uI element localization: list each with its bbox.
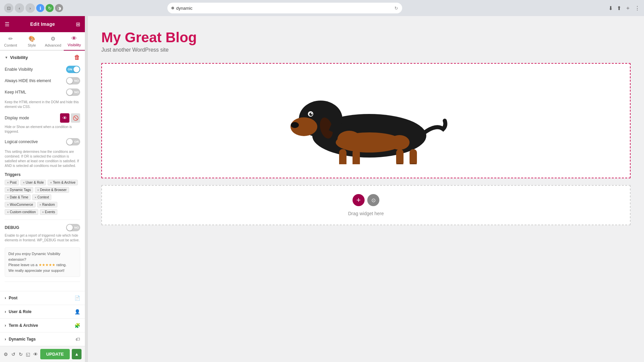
display-mode-hide-btn[interactable]: 🚫 xyxy=(71,113,80,123)
trigger-custom-condition[interactable]: ×Custom condition xyxy=(5,209,38,215)
enable-visibility-row: Enable Visibility ON xyxy=(5,66,80,73)
trigger-woocommerce[interactable]: ×WooCommerce xyxy=(5,202,36,207)
always-hide-label: Always HIDE this element xyxy=(5,78,51,83)
browser-refresh-icon: ↻ xyxy=(46,4,54,12)
svg-rect-10 xyxy=(339,149,346,164)
keep-html-knob xyxy=(67,89,73,95)
svg-rect-14 xyxy=(396,149,404,164)
logical-connective-toggle[interactable]: OR xyxy=(66,138,80,145)
section-term-archive-header[interactable]: › Term & Archive 🧩 xyxy=(0,323,85,328)
section-post-arrow: › xyxy=(5,296,6,300)
footer-undo-btn[interactable]: ↺ xyxy=(11,349,16,360)
trigger-events[interactable]: ×Events xyxy=(40,209,58,215)
tab-visibility[interactable]: 👁 Visibility xyxy=(64,32,85,51)
divider-1 xyxy=(5,220,80,220)
handle-button[interactable]: ⊙ xyxy=(367,194,379,206)
empty-widget-area[interactable]: + ⊙ Drag widget here xyxy=(101,185,631,225)
browser-reload-btn[interactable]: ↻ xyxy=(394,6,398,11)
display-mode-show-btn[interactable]: 👁 xyxy=(60,113,69,123)
trigger-dynamic-tags[interactable]: ×Dynamic Tags xyxy=(5,187,33,193)
tab-advanced[interactable]: ⚙ Advanced xyxy=(43,32,64,51)
update-button[interactable]: UPDATE xyxy=(40,349,70,359)
enable-visibility-knob xyxy=(73,66,79,72)
tab-visibility-label: Visibility xyxy=(68,43,81,47)
browser-share-icon[interactable]: ⬆ xyxy=(617,5,621,11)
promo-section: Did you enjoy Dynamic Visibility extensi… xyxy=(5,247,80,277)
sidebar-footer: ⚙ ↺ ↻ ◱ 👁 UPDATE ▲ xyxy=(0,346,85,362)
footer-visibility-btn[interactable]: 👁 xyxy=(33,349,38,360)
always-hide-knob xyxy=(67,78,73,84)
section-dynamic-tags-icon: 🏷 xyxy=(75,337,80,342)
section-arrow-icon: ▼ xyxy=(5,56,8,59)
browser-bar: ⊡ ‹ › ℹ ↻ ◑ dynamic ↻ ⬇ ⬆ ＋ ⋮ xyxy=(0,0,644,16)
footer-redo-btn[interactable]: ↻ xyxy=(18,349,23,360)
visibility-section-header: ▼ Visibility 🗑 xyxy=(5,54,80,61)
logical-connective-knob xyxy=(67,139,73,145)
trigger-random[interactable]: ×Random xyxy=(37,202,57,207)
tab-style[interactable]: 🎨 Style xyxy=(21,32,42,51)
section-dynamic-tags-label: Dynamic Tags xyxy=(9,337,36,342)
trigger-date-time[interactable]: ×Date & Time xyxy=(5,194,31,200)
logical-connective-row: Logical connective OR xyxy=(5,138,80,145)
drag-buttons: + ⊙ xyxy=(353,194,379,206)
browser-secure-dot xyxy=(171,7,174,9)
always-hide-toggle[interactable]: NO xyxy=(66,77,80,84)
footer-responsive-btn[interactable]: ◱ xyxy=(25,349,31,360)
trigger-user-role[interactable]: ×User & Role xyxy=(20,180,46,185)
section-dynamic-tags-title: › Dynamic Tags xyxy=(5,337,36,342)
browser-menu-icon[interactable]: ⋮ xyxy=(635,5,640,11)
svg-point-7 xyxy=(311,113,312,114)
section-dynamic-tags-header[interactable]: › Dynamic Tags 🏷 xyxy=(0,337,85,342)
tab-content[interactable]: ✏ Content xyxy=(0,32,21,51)
dog-image-container xyxy=(102,64,630,178)
resize-handle[interactable] xyxy=(85,16,88,362)
section-post-header[interactable]: › Post 📄 xyxy=(0,295,85,301)
main-layout: ☰ Edit Image ⊞ ✏ Content 🎨 Style ⚙ Advan… xyxy=(0,16,644,362)
footer-settings-btn[interactable]: ⚙ xyxy=(3,349,9,360)
browser-forward-btn[interactable]: › xyxy=(25,3,35,13)
browser-back-btn[interactable]: ‹ xyxy=(15,3,24,13)
browser-address-bar[interactable]: dynamic ↻ xyxy=(167,3,402,13)
blog-subtitle: Just another WordPress site xyxy=(101,47,631,53)
grid-icon[interactable]: ⊞ xyxy=(76,21,80,27)
trigger-post[interactable]: ×Post xyxy=(5,180,19,185)
section-post-icon: 📄 xyxy=(74,295,80,301)
section-user-role-arrow: › xyxy=(5,309,6,314)
blog-title: My Great Blog xyxy=(101,29,631,46)
browser-tab-btn[interactable]: ⊡ xyxy=(4,3,13,13)
hamburger-icon[interactable]: ☰ xyxy=(5,21,9,27)
keep-html-toggle[interactable]: NO xyxy=(66,88,80,96)
trigger-context[interactable]: ×Context xyxy=(32,194,51,200)
svg-point-4 xyxy=(291,122,299,128)
section-user-role-header[interactable]: › User & Role 👤 xyxy=(0,309,85,314)
debug-description: Enable to get a report of triggered rule… xyxy=(5,233,80,243)
section-user-role-title: › User & Role xyxy=(5,309,32,314)
section-dynamic-tags-arrow: › xyxy=(5,337,6,342)
section-post: › Post 📄 xyxy=(0,291,85,305)
section-user-role-icon: 👤 xyxy=(74,309,80,314)
update-arrow-button[interactable]: ▲ xyxy=(72,349,82,359)
main-content: My Great Blog Just another WordPress sit… xyxy=(88,16,644,362)
trigger-term-archive[interactable]: ×Term & Archive xyxy=(48,180,78,185)
debug-label: DEBUG xyxy=(5,225,19,230)
divider-2 xyxy=(5,282,80,282)
browser-download-icon[interactable]: ⬇ xyxy=(608,5,613,11)
add-widget-button[interactable]: + xyxy=(353,194,365,206)
browser-new-tab-icon[interactable]: ＋ xyxy=(625,5,631,12)
display-mode-description: Hide or Show an element when a condition… xyxy=(5,125,80,134)
visibility-delete-icon[interactable]: 🗑 xyxy=(74,54,80,61)
section-term-archive: › Term & Archive 🧩 xyxy=(0,318,85,332)
image-widget[interactable] xyxy=(101,63,631,178)
trigger-device-browser[interactable]: ×Device & Browser xyxy=(35,187,69,193)
dog-svg xyxy=(272,77,460,164)
logical-connective-description: This setting determines how the conditio… xyxy=(5,149,80,168)
content-icon: ✏ xyxy=(8,36,13,42)
debug-toggle[interactable]: NO xyxy=(66,224,80,231)
browser-address-text: dynamic xyxy=(176,6,192,11)
logical-connective-toggle-text: OR xyxy=(74,140,79,143)
display-mode-label: Display mode xyxy=(5,116,29,120)
visibility-section-title: ▼ Visibility xyxy=(5,55,28,60)
enable-visibility-toggle[interactable]: ON xyxy=(66,66,80,73)
always-hide-toggle-text: NO xyxy=(74,79,79,82)
debug-toggle-text: NO xyxy=(74,226,79,229)
